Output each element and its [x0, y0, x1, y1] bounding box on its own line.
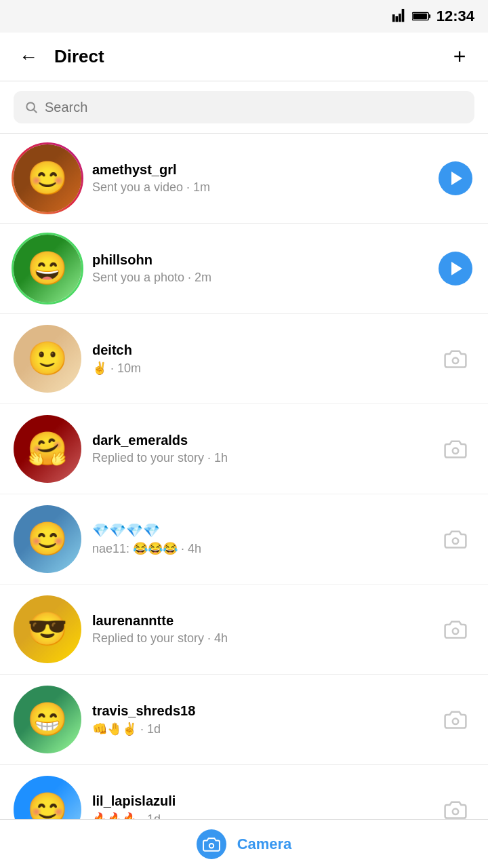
conv-username: laurenanntte	[92, 613, 426, 629]
conv-action[interactable]	[436, 340, 474, 378]
page-title: Direct	[54, 46, 445, 67]
svg-rect-2	[413, 14, 427, 19]
svg-point-7	[453, 538, 458, 544]
avatar-container: 😎	[14, 595, 81, 663]
avatar-container: 😄	[14, 235, 81, 302]
conv-username: deitch	[92, 342, 426, 358]
camera-icon	[444, 800, 467, 819]
plus-icon: +	[453, 44, 466, 69]
search-icon	[24, 100, 38, 114]
conv-username: lil_lapislazuli	[92, 793, 426, 809]
search-bar[interactable]	[14, 91, 474, 123]
conv-preview: Replied to your story · 1h	[92, 451, 426, 465]
camera-bottom-label: Camera	[237, 835, 292, 853]
avatar-container: 🙂	[14, 325, 81, 393]
conv-info: deitch ✌️ · 10m	[81, 342, 436, 376]
avatar-container: 😊	[14, 144, 81, 212]
avatar-container: 😊	[14, 505, 81, 573]
camera-icon-white	[203, 837, 220, 852]
conv-username: amethyst_grl	[92, 162, 426, 178]
conv-info: laurenanntte Replied to your story · 4h	[81, 613, 436, 646]
back-arrow-icon: ←	[19, 46, 38, 68]
back-button[interactable]: ←	[14, 42, 43, 72]
svg-point-5	[453, 358, 458, 363]
conv-action[interactable]	[436, 430, 474, 468]
svg-point-10	[453, 809, 458, 814]
conv-username: travis_shreds18	[92, 703, 426, 719]
avatar: 😎	[14, 595, 81, 663]
play-icon	[451, 262, 462, 275]
camera-icon	[444, 620, 467, 639]
conv-action[interactable]	[436, 610, 474, 648]
svg-point-9	[453, 719, 458, 724]
conversation-item[interactable]: 😁 travis_shreds18 👊🤚✌️ · 1d	[0, 675, 488, 765]
new-message-button[interactable]: +	[445, 42, 474, 72]
conv-username: dark_emeralds	[92, 433, 426, 448]
conversation-item[interactable]: 🤗 dark_emeralds Replied to your story · …	[0, 404, 488, 494]
camera-icon	[444, 439, 467, 458]
conv-info: phillsohn Sent you a photo · 2m	[81, 252, 436, 285]
avatar: 😄	[14, 235, 81, 302]
svg-rect-1	[428, 14, 430, 18]
signal-icon	[392, 9, 407, 24]
conv-info: travis_shreds18 👊🤚✌️ · 1d	[81, 703, 436, 736]
conv-action[interactable]	[436, 520, 474, 558]
camera-icon	[444, 530, 467, 549]
conv-preview: Replied to your story · 4h	[92, 631, 426, 646]
conv-action[interactable]	[436, 701, 474, 738]
camera-bottom-bar[interactable]: Camera	[0, 819, 488, 868]
conversation-list: 😊 amethyst_grl Sent you a video · 1m 😄 p…	[0, 134, 488, 868]
camera-icon	[444, 349, 467, 368]
conversation-item[interactable]: 🙂 deitch ✌️ · 10m	[0, 314, 488, 404]
conv-preview: Sent you a video · 1m	[92, 180, 426, 195]
conv-username: phillsohn	[92, 252, 426, 268]
conversation-item[interactable]: 😊 amethyst_grl Sent you a video · 1m	[0, 134, 488, 224]
avatar: 😁	[14, 686, 81, 753]
conv-preview: Sent you a photo · 2m	[92, 271, 426, 285]
avatar: 😊	[14, 505, 81, 573]
play-button[interactable]	[439, 252, 472, 285]
conversation-item[interactable]: 😊 💎💎💎💎 nae11: 😂😂😂 · 4h	[0, 494, 488, 585]
conv-preview: nae11: 😂😂😂 · 4h	[92, 541, 426, 556]
search-input[interactable]	[45, 100, 464, 115]
conv-info: 💎💎💎💎 nae11: 😂😂😂 · 4h	[81, 522, 436, 556]
svg-point-11	[209, 843, 214, 848]
camera-icon	[444, 710, 467, 729]
svg-point-6	[453, 448, 458, 454]
avatar: 🤗	[14, 415, 81, 483]
status-icons: 12:34	[392, 7, 474, 25]
avatar-container: 🤗	[14, 415, 81, 483]
play-button[interactable]	[439, 161, 472, 195]
battery-icon	[412, 9, 431, 24]
avatar: 🙂	[14, 325, 81, 393]
status-bar: 12:34	[0, 0, 488, 33]
conversation-item[interactable]: 😎 laurenanntte Replied to your story · 4…	[0, 585, 488, 675]
svg-line-4	[34, 110, 37, 113]
camera-bottom-icon	[197, 829, 226, 859]
svg-point-3	[26, 102, 35, 111]
conv-action[interactable]	[436, 159, 474, 197]
conv-preview: 👊🤚✌️ · 1d	[92, 722, 426, 736]
status-time: 12:34	[436, 7, 474, 25]
header: ← Direct +	[0, 33, 488, 81]
play-icon	[451, 172, 462, 185]
conv-info: dark_emeralds Replied to your story · 1h	[81, 433, 436, 465]
avatar: 😊	[14, 144, 81, 212]
svg-point-8	[453, 629, 458, 634]
conv-action[interactable]	[436, 250, 474, 288]
avatar-container: 😁	[14, 686, 81, 753]
search-container	[0, 81, 488, 134]
conversation-item[interactable]: 😄 phillsohn Sent you a photo · 2m	[0, 224, 488, 314]
conv-preview: ✌️ · 10m	[92, 361, 426, 376]
conv-username: 💎💎💎💎	[92, 522, 426, 538]
conv-info: amethyst_grl Sent you a video · 1m	[81, 162, 436, 195]
